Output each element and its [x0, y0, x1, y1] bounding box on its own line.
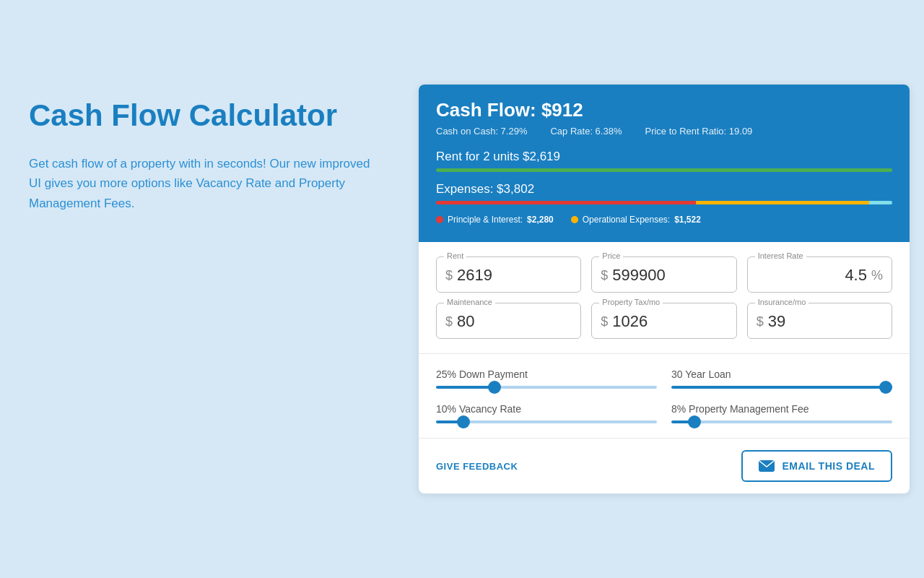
- price-input-label: Price: [599, 251, 623, 260]
- inputs-section: Rent $ Price $ Interest Rate: [419, 242, 910, 354]
- pi-legend-label: Principle & Interest:: [448, 215, 523, 225]
- price-input-row: $: [601, 266, 727, 285]
- op-bar-segment: [696, 201, 869, 204]
- property-tax-input[interactable]: [612, 312, 727, 331]
- interest-rate-input-row: %: [757, 266, 883, 285]
- price-input[interactable]: [612, 266, 727, 285]
- sliders-grid: 25% Down Payment 30 Year Loan 10% Vacanc…: [436, 368, 892, 423]
- property-tax-input-group: Property Tax/mo $: [591, 303, 736, 339]
- interest-rate-percent-symbol: %: [871, 268, 883, 283]
- property-tax-input-label: Property Tax/mo: [599, 298, 663, 306]
- loan-term-slider[interactable]: [671, 386, 892, 389]
- insurance-input-group: Insurance/mo $: [747, 303, 892, 339]
- description-text: Get cash flow of a property with in seco…: [29, 154, 375, 213]
- calculator-panel: Cash Flow: $912 Cash on Cash: 7.29% Cap …: [419, 85, 910, 493]
- pi-legend-item: Principle & Interest: $2,280: [436, 215, 554, 225]
- expenses-label: Expenses: $3,802: [436, 182, 892, 197]
- inputs-grid: Rent $ Price $ Interest Rate: [436, 256, 892, 339]
- vacancy-rate-slider[interactable]: [436, 420, 657, 423]
- insurance-currency-symbol: $: [757, 314, 764, 329]
- property-tax-input-row: $: [601, 312, 727, 331]
- expenses-bar: [436, 201, 892, 204]
- loan-term-slider-group: 30 Year Loan: [671, 368, 892, 389]
- mgmt-fee-slider-group: 8% Property Management Fee: [671, 403, 892, 423]
- rent-currency-symbol: $: [445, 268, 453, 283]
- price-input-group: Price $: [591, 256, 736, 293]
- pi-bar-segment: [436, 201, 696, 204]
- maintenance-input-row: $: [445, 312, 572, 331]
- cash-on-cash-metric: Cash on Cash: 7.29%: [436, 126, 527, 137]
- mgmt-fee-slider[interactable]: [671, 420, 892, 423]
- cash-flow-value: Cash Flow: $912: [436, 99, 892, 121]
- calc-header: Cash Flow: $912 Cash on Cash: 7.29% Cap …: [419, 85, 910, 242]
- pi-legend-dot: [436, 216, 443, 223]
- interest-rate-input[interactable]: [757, 266, 867, 285]
- vacancy-rate-slider-label: 10% Vacancy Rate: [436, 403, 657, 415]
- give-feedback-button[interactable]: GIVE FEEDBACK: [436, 461, 518, 472]
- property-tax-currency-symbol: $: [601, 314, 608, 329]
- rent-input-row: $: [445, 266, 572, 285]
- remainder-bar-segment: [869, 201, 892, 204]
- app-container: Cash Flow Calculator Get cash flow of a …: [14, 85, 910, 493]
- insurance-input-label: Insurance/mo: [755, 298, 809, 306]
- cap-rate-metric: Cap Rate: 6.38%: [550, 126, 622, 137]
- price-currency-symbol: $: [601, 268, 608, 283]
- email-deal-button[interactable]: EMAIL THIS DEAL: [741, 450, 892, 482]
- op-legend-dot: [571, 216, 578, 223]
- down-payment-slider-label: 25% Down Payment: [436, 368, 657, 380]
- mgmt-fee-slider-label: 8% Property Management Fee: [671, 403, 892, 415]
- metrics-row: Cash on Cash: 7.29% Cap Rate: 6.38% Pric…: [436, 126, 892, 137]
- rent-bar: [436, 168, 892, 172]
- sliders-section: 25% Down Payment 30 Year Loan 10% Vacanc…: [419, 354, 910, 439]
- maintenance-input-label: Maintenance: [444, 298, 495, 306]
- email-deal-label: EMAIL THIS DEAL: [782, 460, 875, 472]
- email-icon: [759, 460, 775, 472]
- loan-term-slider-label: 30 Year Loan: [671, 368, 892, 380]
- pi-legend-value: $2,280: [527, 215, 554, 225]
- maintenance-currency-symbol: $: [445, 314, 453, 329]
- rent-label: Rent for 2 units $2,619: [436, 150, 892, 164]
- interest-rate-input-label: Interest Rate: [755, 251, 806, 260]
- down-payment-slider-group: 25% Down Payment: [436, 368, 657, 389]
- rent-input[interactable]: [457, 266, 572, 285]
- page-title: Cash Flow Calculator: [29, 99, 375, 132]
- interest-rate-input-group: Interest Rate %: [747, 256, 892, 293]
- rent-input-group: Rent $: [436, 256, 581, 293]
- rent-input-label: Rent: [444, 251, 466, 260]
- maintenance-input[interactable]: [457, 312, 572, 331]
- legend-row: Principle & Interest: $2,280 Operational…: [436, 215, 892, 225]
- price-to-rent-metric: Price to Rent Ratio: 19.09: [645, 126, 752, 137]
- op-legend-item: Operational Expenses: $1,522: [571, 215, 701, 225]
- footer-section: GIVE FEEDBACK EMAIL THIS DEAL: [419, 439, 910, 493]
- maintenance-input-group: Maintenance $: [436, 303, 581, 339]
- vacancy-rate-slider-group: 10% Vacancy Rate: [436, 403, 657, 423]
- op-legend-value: $1,522: [674, 215, 701, 225]
- insurance-input-row: $: [757, 312, 883, 331]
- insurance-input[interactable]: [768, 312, 883, 331]
- down-payment-slider[interactable]: [436, 386, 657, 389]
- left-panel: Cash Flow Calculator Get cash flow of a …: [14, 85, 390, 228]
- op-legend-label: Operational Expenses:: [583, 215, 670, 225]
